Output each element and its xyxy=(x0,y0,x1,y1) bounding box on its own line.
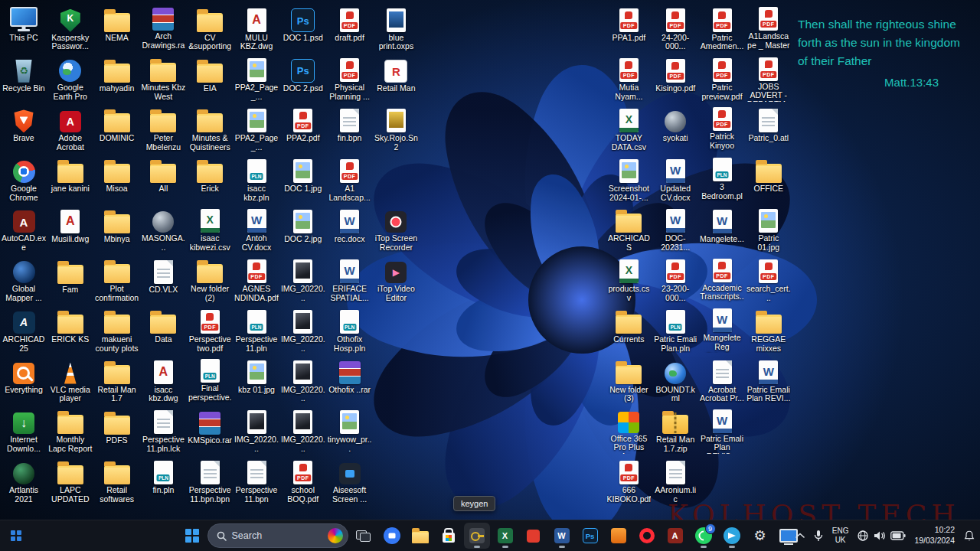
file-explorer-button[interactable] xyxy=(407,523,433,549)
desktop-icon[interactable]: Mbinya xyxy=(95,205,139,253)
desktop-icon[interactable]: 666 KIBOKO.pdf xyxy=(606,456,651,504)
tray-overflow-button[interactable] xyxy=(794,523,806,549)
desktop-icon[interactable]: Minutes Kbz West xyxy=(141,54,185,102)
desktop-icon[interactable]: Recycle Bin xyxy=(2,54,46,102)
desktop-icon[interactable]: EIA xyxy=(188,54,232,102)
desktop-icon[interactable]: AGNES NDINDA.pdf xyxy=(234,256,279,303)
desktop-icon[interactable]: TODAY DATA.csv xyxy=(606,104,651,152)
desktop-icon[interactable]: Screenshot 2024-01-... xyxy=(606,155,651,202)
desktop-icon[interactable]: Fam xyxy=(48,256,93,303)
desktop-icon[interactable]: 24-200-000... xyxy=(653,4,697,51)
desktop-icon[interactable]: 23-200-000... xyxy=(653,256,697,303)
desktop-icon[interactable]: Retail Man 1.7 xyxy=(95,356,139,403)
desktop-icon[interactable]: PPA2_Page_... xyxy=(234,104,279,152)
desktop-icon[interactable]: Monthly Lapc Report xyxy=(48,406,93,454)
desktop-icon[interactable]: Office 365 Pro Plus Ac... xyxy=(606,406,651,454)
desktop-icon[interactable]: school BOQ.pdf xyxy=(281,456,325,504)
desktop-icon[interactable]: Patric Emali Plan.pln xyxy=(653,305,697,353)
desktop-icon[interactable]: IMG_20220... xyxy=(281,256,325,303)
desktop-icon[interactable]: DOC-20231... xyxy=(653,205,697,253)
desktop-icon[interactable]: Patric Amedmen... xyxy=(700,4,744,51)
desktop-icon[interactable]: Aiseesoft Screen ... xyxy=(328,456,372,504)
desktop-icon[interactable]: Patric Emali Plan REVI... xyxy=(746,356,791,403)
desktop-icon[interactable]: KMSpico.rar xyxy=(188,406,232,454)
desktop-icon[interactable]: Retail Man 1.7.zip xyxy=(653,406,697,454)
desktop-icon[interactable]: Patric preview.pdf xyxy=(700,54,744,102)
desktop-icon[interactable]: DOMINIC xyxy=(95,104,139,152)
desktop-icon[interactable]: DOC 1.jpg xyxy=(281,155,325,202)
desktop-icon[interactable]: ARCHICADS xyxy=(606,205,651,253)
settings-button[interactable] xyxy=(747,523,773,549)
desktop-icon[interactable]: jane kanini xyxy=(48,155,93,202)
desktop-icon[interactable]: Google Chrome xyxy=(2,155,46,202)
orange-app-button[interactable] xyxy=(606,523,632,549)
desktop-icon[interactable]: AutoCAD.exe xyxy=(2,205,46,253)
corner-windows-button[interactable] xyxy=(6,523,26,549)
desktop-icon[interactable]: MULU KBZ.dwg xyxy=(234,4,279,51)
desktop-icon[interactable]: PPA2_Page_... xyxy=(234,54,279,102)
desktop-icon[interactable]: Plot confirmation xyxy=(95,256,139,303)
desktop-icon[interactable]: Physical Planning ... xyxy=(328,54,372,102)
desktop-icon[interactable]: Currents xyxy=(606,305,651,353)
telegram-button[interactable] xyxy=(719,523,745,549)
desktop-icon[interactable]: mahyadin xyxy=(95,54,139,102)
desktop-icon[interactable]: Internet Downlo... xyxy=(2,406,46,454)
task-view-button[interactable] xyxy=(351,523,377,549)
desktop-icon[interactable]: isaac kibwezi.csv xyxy=(188,205,232,253)
desktop-icon[interactable]: A1Landscape _ Master La... xyxy=(746,4,791,51)
autocad-button[interactable] xyxy=(662,523,688,549)
opera-button[interactable] xyxy=(634,523,660,549)
desktop-icon[interactable]: Othofix Hosp.pln xyxy=(328,305,372,353)
desktop-icon[interactable]: MASONGA... xyxy=(141,205,185,253)
desktop-icon[interactable]: BOUNDT.kml xyxy=(653,356,697,403)
desktop-icon[interactable]: syokati xyxy=(653,104,697,152)
desktop-icon[interactable]: Antoh CV.docx xyxy=(234,205,279,253)
desktop-icon[interactable]: Perspective 11.pln xyxy=(234,305,279,353)
desktop-icon[interactable]: products.csv xyxy=(606,256,651,303)
desktop-icon[interactable]: fin.pln xyxy=(141,456,185,504)
desktop-icon[interactable]: Everything xyxy=(2,356,46,403)
clock-date-button[interactable]: 10:22 19/03/2024 xyxy=(913,523,956,549)
desktop-icon[interactable]: All xyxy=(141,155,185,202)
desktop-icon[interactable]: AAronium.lic xyxy=(653,456,697,504)
desktop-icon[interactable]: search_cert... xyxy=(746,256,791,303)
desktop-icon[interactable]: DOC 2.psd xyxy=(281,54,325,102)
desktop-icon[interactable]: IMG_20220... xyxy=(281,305,325,353)
desktop-icon[interactable]: Erick xyxy=(188,155,232,202)
desktop-icon[interactable]: New folder (2) xyxy=(188,256,232,303)
desktop-icon[interactable]: ERICK KS xyxy=(48,305,93,353)
desktop-icon[interactable]: This PC xyxy=(2,4,46,51)
desktop-icon[interactable]: New folder (3) xyxy=(606,356,651,403)
word-button[interactable] xyxy=(549,523,575,549)
desktop-icon[interactable]: Mangelete Reg Schem... xyxy=(700,305,744,353)
desktop-icon[interactable]: IMG_20220... xyxy=(281,406,325,454)
desktop-background[interactable]: Then shall the righteous shine forth as … xyxy=(0,0,980,520)
desktop-icon[interactable]: Misoa xyxy=(95,155,139,202)
desktop-icon[interactable]: ARCHICAD 25 xyxy=(2,305,46,353)
desktop-icon[interactable]: CV &supporting xyxy=(188,4,232,51)
desktop-icon[interactable]: JOBS ADVERT - DEPARTM... xyxy=(746,54,791,102)
language-indicator[interactable]: ENG UK xyxy=(831,523,851,549)
microsoft-store-button[interactable] xyxy=(436,523,462,549)
desktop-icon[interactable]: OFFICE xyxy=(746,155,791,202)
desktop-icon[interactable]: Acrobat Acrobat Pr... xyxy=(700,356,744,403)
desktop-icon[interactable]: Artlantis 2021 xyxy=(2,456,46,504)
excel-button[interactable] xyxy=(492,523,518,549)
desktop-icon[interactable]: REGGAE mixxes xyxy=(746,305,791,353)
photoshop-button[interactable] xyxy=(577,523,603,549)
desktop-icon[interactable]: Mutia Nyam... xyxy=(606,54,651,102)
search-box[interactable]: Search xyxy=(207,523,348,548)
desktop-icon[interactable]: iTop Video Editor xyxy=(374,256,418,303)
desktop-icon[interactable]: blue print.oxps xyxy=(374,4,418,51)
microphone-status-button[interactable] xyxy=(812,523,825,549)
desktop-icon[interactable]: A1 Landscap... xyxy=(328,155,372,202)
desktop-icon[interactable]: Kaspersky Passwor... xyxy=(48,4,93,51)
desktop-icon[interactable]: Mangelete... xyxy=(700,205,744,253)
desktop-icon[interactable]: VLC media player xyxy=(48,356,93,403)
desktop-icon[interactable]: Retail Man xyxy=(374,54,418,102)
chat-button[interactable] xyxy=(379,523,405,549)
desktop-icon[interactable]: DOC 1.psd xyxy=(281,4,325,51)
desktop-icon[interactable]: NEMA xyxy=(95,4,139,51)
desktop-icon[interactable]: isacc kbz.pln xyxy=(234,155,279,202)
red-app-button[interactable] xyxy=(521,523,547,549)
